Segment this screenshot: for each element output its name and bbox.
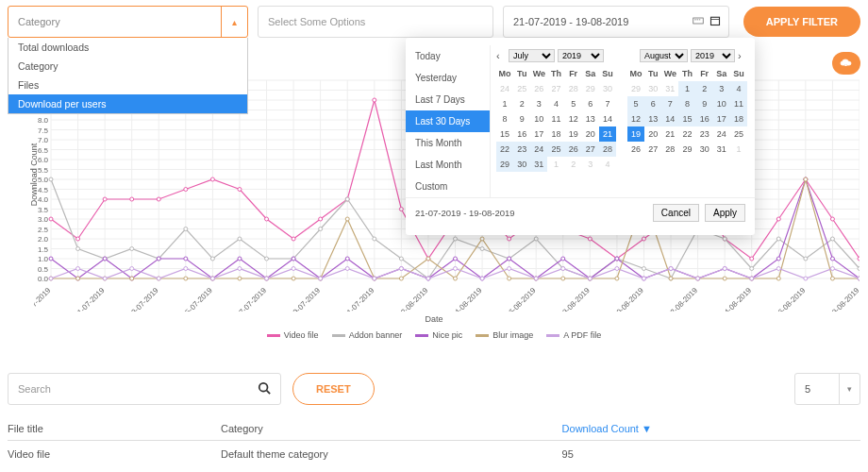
calendar-day[interactable]: 28 [661,142,678,157]
calendar-day[interactable]: 25 [547,142,564,157]
year-select[interactable]: 2019 [558,49,604,62]
calendar-day[interactable]: 25 [513,81,530,96]
calendar-day[interactable]: 18 [547,126,564,142]
calendar-day[interactable]: 3 [582,157,599,172]
month-select[interactable]: August [640,49,688,62]
calendar-day[interactable]: 2 [696,81,713,96]
calendar-day[interactable]: 2 [513,96,530,111]
calendar-day[interactable]: 22 [678,126,695,142]
calendar-day[interactable]: 5 [627,96,644,111]
date-range-preset[interactable]: Custom [406,176,490,197]
calendar-day[interactable]: 29 [496,157,513,172]
reset-button[interactable]: RESET [292,373,375,405]
calendar-day[interactable]: 26 [627,142,644,157]
calendar-day[interactable]: 8 [496,111,513,126]
calendar-day[interactable]: 29 [678,142,695,157]
calendar-day[interactable]: 5 [565,96,582,111]
calendar-day[interactable]: 4 [547,96,564,111]
next-month-icon[interactable]: › [738,50,747,61]
calendar-day[interactable]: 29 [582,81,599,96]
calendar-day[interactable]: 28 [565,81,582,96]
calendar-day[interactable]: 31 [530,157,547,172]
calendar-day[interactable]: 17 [530,126,547,142]
date-range-preset[interactable]: Last Month [406,154,490,176]
calendar-day[interactable]: 30 [644,81,661,96]
calendar-day[interactable]: 22 [496,142,513,157]
date-range-preset[interactable]: Yesterday [406,67,490,89]
calendar-day[interactable]: 11 [730,96,747,111]
calendar-day[interactable]: 13 [582,111,599,126]
search-input[interactable]: Search [8,373,281,405]
calendar-day[interactable]: 25 [730,126,747,142]
calendar-day[interactable]: 31 [661,81,678,96]
col-download-count[interactable]: Download Count ▼ [562,423,652,434]
calendar-day[interactable]: 27 [582,142,599,157]
calendar-day[interactable]: 1 [547,157,564,172]
calendar-day[interactable]: 6 [644,96,661,111]
calendar-day[interactable]: 10 [530,111,547,126]
date-range-preset[interactable]: This Month [406,132,490,154]
calendar-day[interactable]: 12 [627,111,644,126]
apply-filter-button[interactable]: APPLY FILTER [743,7,860,37]
calendar-day[interactable]: 2 [565,157,582,172]
calendar-day[interactable]: 15 [678,111,695,126]
calendar-day[interactable]: 4 [599,157,616,172]
calendar-day[interactable]: 13 [644,111,661,126]
table-row[interactable]: Video fileDefault theme category95 [8,441,860,467]
calendar-day[interactable]: 16 [696,111,713,126]
calendar-day[interactable]: 9 [513,111,530,126]
calendar-day[interactable]: 7 [661,96,678,111]
calendar-day[interactable]: 23 [696,126,713,142]
calendar-day[interactable]: 1 [730,142,747,157]
calendar-day[interactable]: 20 [582,126,599,142]
page-size-select[interactable]: 5 ▾ [794,373,860,405]
calendar-day[interactable]: 30 [513,157,530,172]
category-option[interactable]: Category [8,57,247,76]
category-select[interactable]: Category ▴ [8,6,248,38]
calendar-day[interactable]: 27 [547,81,564,96]
calendar-day[interactable]: 3 [530,96,547,111]
calendar-day[interactable]: 30 [599,81,616,96]
calendar-day[interactable]: 8 [678,96,695,111]
calendar-day[interactable]: 19 [627,126,644,142]
category-option[interactable]: Files [8,76,247,94]
calendar-day[interactable]: 6 [582,96,599,111]
options-select[interactable]: Select Some Options [258,6,493,38]
calendar-day[interactable]: 27 [644,142,661,157]
year-select[interactable]: 2019 [691,49,735,62]
calendar-day[interactable]: 26 [530,81,547,96]
col-category[interactable]: Category [221,423,562,434]
calendar-day[interactable]: 21 [599,126,616,142]
col-file[interactable]: File title [8,423,221,434]
calendar-day[interactable]: 14 [661,111,678,126]
calendar-day[interactable]: 9 [696,96,713,111]
calendar-day[interactable]: 1 [678,81,695,96]
calendar-day[interactable]: 1 [496,96,513,111]
calendar-day[interactable]: 28 [599,142,616,157]
calendar-day[interactable]: 26 [565,142,582,157]
calendar-day[interactable]: 17 [713,111,730,126]
cloud-download-button[interactable] [832,52,860,75]
calendar-day[interactable]: 31 [713,142,730,157]
calendar-day[interactable]: 24 [713,126,730,142]
calendar-day[interactable]: 3 [713,81,730,96]
date-range-preset[interactable]: Today [406,45,490,67]
calendar-day[interactable]: 19 [565,126,582,142]
calendar-day[interactable]: 14 [599,111,616,126]
calendar-day[interactable]: 16 [513,126,530,142]
date-range-preset[interactable]: Last 30 Days [406,110,490,132]
calendar-day[interactable]: 18 [730,111,747,126]
calendar-day[interactable]: 20 [644,126,661,142]
calendar-day[interactable]: 10 [713,96,730,111]
date-cancel-button[interactable]: Cancel [653,204,699,222]
date-range-preset[interactable]: Last 7 Days [406,89,490,110]
calendar-day[interactable]: 29 [627,81,644,96]
calendar-day[interactable]: 12 [565,111,582,126]
date-apply-button[interactable]: Apply [705,204,745,222]
calendar-day[interactable]: 30 [696,142,713,157]
category-option[interactable]: Total downloads [8,38,247,57]
prev-month-icon[interactable]: ‹ [496,50,506,61]
calendar-day[interactable]: 23 [513,142,530,157]
category-option[interactable]: Download per users [8,94,247,113]
calendar-day[interactable]: 21 [661,126,678,142]
